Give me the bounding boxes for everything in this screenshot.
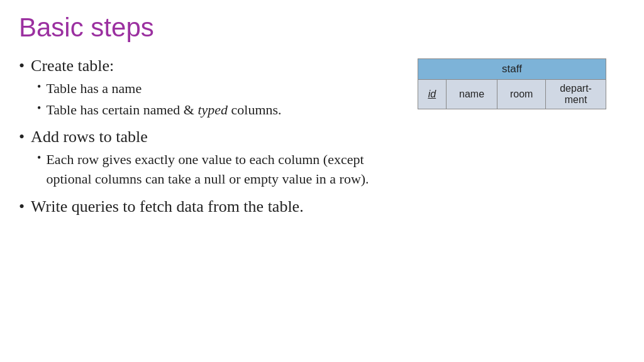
col-department: depart-ment bbox=[546, 80, 606, 109]
list-item-addrows: • Add rows to table • Each row gives exa… bbox=[19, 126, 405, 190]
typed-italic: typed bbox=[197, 102, 228, 118]
subitem-rowvalue: • Each row gives exactly one value to ea… bbox=[37, 150, 405, 189]
addrows-subitems: • Each row gives exactly one value to ea… bbox=[37, 150, 405, 189]
bullet-sub-1: • bbox=[37, 79, 41, 95]
col-id: id bbox=[418, 80, 447, 109]
list-item-queries: • Write queries to fetch data from the t… bbox=[19, 196, 405, 217]
slide: Basic steps • Create table: • Table has … bbox=[0, 0, 644, 362]
create-table-label: Create table: bbox=[31, 57, 114, 75]
subitem-name: • Table has a name bbox=[37, 79, 282, 99]
table-name-cell: staff bbox=[418, 59, 606, 80]
table-header-row: staff bbox=[418, 59, 606, 80]
subitem-rowvalue-text: Each row gives exactly one value to each… bbox=[46, 150, 405, 189]
bullet-sub-3: • bbox=[37, 150, 41, 166]
list-item-create: • Create table: • Table has a name • Tab… bbox=[19, 55, 405, 121]
main-list: • Create table: • Table has a name • Tab… bbox=[19, 55, 405, 217]
subitem-name-text: Table has a name bbox=[46, 79, 142, 99]
create-table-section: Create table: • Table has a name • Table… bbox=[31, 55, 282, 121]
table-col-header-row: id name room depart-ment bbox=[418, 80, 606, 109]
bullet-2: • bbox=[19, 126, 25, 148]
staff-table: staff id name room depart-ment bbox=[418, 58, 606, 109]
addrows-label: Add rows to table bbox=[31, 128, 148, 146]
queries-label: Write queries to fetch data from the tab… bbox=[31, 196, 304, 217]
slide-title: Basic steps bbox=[19, 13, 619, 43]
subitem-columns-text: Table has certain named & typed columns. bbox=[46, 101, 281, 120]
create-table-subitems: • Table has a name • Table has certain n… bbox=[37, 79, 282, 120]
bullet-3: • bbox=[19, 196, 25, 217]
bullet-sub-2: • bbox=[37, 101, 41, 116]
content-area: • Create table: • Table has a name • Tab… bbox=[19, 55, 619, 222]
bullet-1: • bbox=[19, 55, 25, 77]
addrows-section: Add rows to table • Each row gives exact… bbox=[31, 126, 405, 190]
col-name: name bbox=[446, 80, 497, 109]
right-column: staff id name room depart-ment bbox=[418, 55, 619, 109]
left-column: • Create table: • Table has a name • Tab… bbox=[19, 55, 418, 222]
subitem-columns: • Table has certain named & typed column… bbox=[37, 101, 282, 120]
col-room: room bbox=[497, 80, 546, 109]
